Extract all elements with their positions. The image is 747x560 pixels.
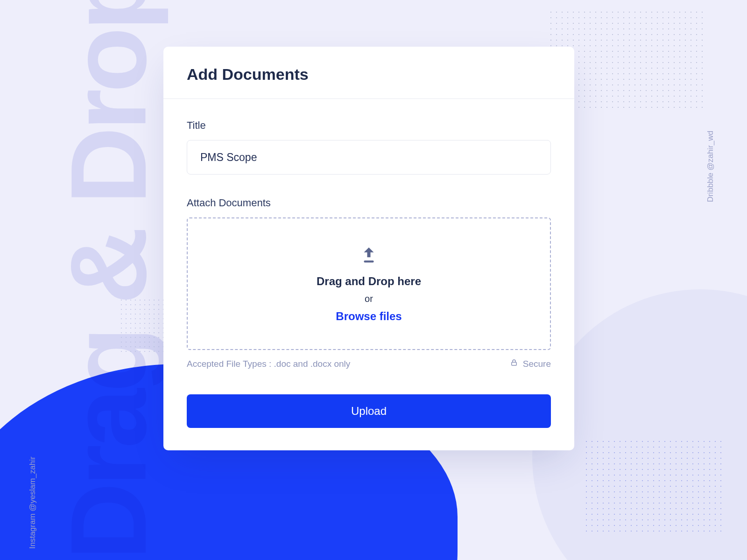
card-title: Add Documents [187,65,551,84]
upload-button[interactable]: Upload [187,394,551,428]
card-body: Title Attach Documents Drag and Drop her… [163,99,574,450]
dropzone-or-text: or [365,294,373,304]
secure-badge: Secure [510,358,551,369]
dropzone-drag-text: Drag and Drop here [317,275,421,288]
bg-big-text: Drag & Drop [47,0,170,560]
attach-label: Attach Documents [187,197,551,209]
bg-dots-bottom-right [584,439,724,532]
hint-row: Accepted File Types : .doc and .docx onl… [187,358,551,369]
credit-dribbble: Dribbble @zahir_wd [706,131,715,202]
title-label: Title [187,119,551,132]
add-documents-card: Add Documents Title Attach Documents Dra… [163,47,574,450]
lock-icon [510,358,518,369]
secure-text: Secure [523,359,551,369]
accepted-file-types: Accepted File Types : .doc and .docx onl… [187,359,350,369]
browse-files-link[interactable]: Browse files [336,310,402,323]
credit-instagram: Instagram @yeslam_zahir [28,456,37,549]
upload-icon [359,245,379,266]
title-input[interactable] [187,140,551,175]
card-header: Add Documents [163,47,574,99]
svg-rect-1 [512,362,517,365]
svg-rect-0 [364,260,374,262]
dropzone[interactable]: Drag and Drop here or Browse files [187,217,551,350]
